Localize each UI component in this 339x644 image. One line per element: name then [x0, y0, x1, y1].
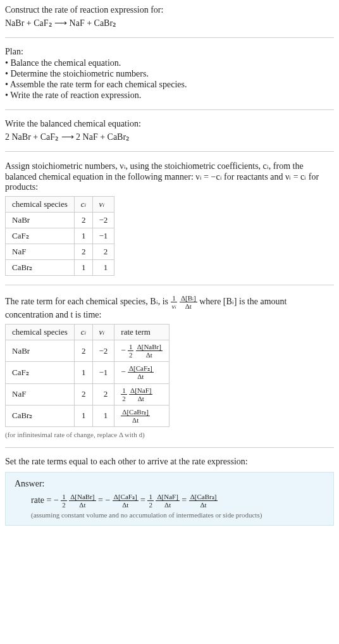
cell-species: CaBr₂ [6, 260, 75, 276]
divider [5, 109, 334, 110]
rate-term-formula: 1νᵢ Δ[Bᵢ]Δt [171, 297, 200, 306]
cell-species: NaF [6, 383, 75, 405]
table-row: NaF 2 2 [6, 244, 114, 260]
cell-rate: 12 Δ[NaF]Δt [114, 383, 170, 405]
cell-c: 2 [74, 383, 92, 405]
plan-item: • Write the rate of reaction expression. [5, 90, 334, 101]
col-header-v: νᵢ [92, 325, 114, 340]
table-row: CaBr₂ 1 1 [6, 260, 114, 276]
answer-expression: rate = − 12 Δ[NaBr]Δt = − Δ[CaF₂]Δt = 12… [31, 493, 324, 509]
table-row: NaF 2 2 12 Δ[NaF]Δt [6, 383, 170, 405]
col-header-species: chemical species [6, 325, 75, 340]
cell-species: CaF₂ [6, 362, 75, 383]
cell-species: NaF [6, 244, 75, 260]
cell-species: CaBr₂ [6, 405, 75, 426]
cell-v: 1 [92, 405, 114, 426]
divider [5, 151, 334, 152]
table-row: NaBr 2 −2 − 12 Δ[NaBr]Δt [6, 340, 170, 362]
cell-rate: − 12 Δ[NaBr]Δt [114, 340, 170, 362]
cell-v: 2 [92, 383, 114, 405]
cell-species: NaBr [6, 213, 75, 228]
col-header-v: νᵢ [92, 197, 114, 213]
cell-v: −2 [92, 340, 114, 362]
plan-list: • Balance the chemical equation. • Deter… [5, 58, 334, 101]
divider [5, 37, 334, 38]
plan-item: • Assemble the rate term for each chemic… [5, 80, 334, 90]
table-row: NaBr 2 −2 [6, 213, 114, 228]
cell-rate: Δ[CaBr₂]Δt [114, 405, 170, 426]
cell-v: −2 [92, 213, 114, 228]
answer-label: Answer: [15, 479, 324, 489]
rate-term-table: chemical species cᵢ νᵢ rate term NaBr 2 … [5, 324, 170, 427]
cell-c: 2 [74, 244, 92, 260]
construct-line: Construct the rate of reaction expressio… [5, 5, 334, 15]
plan-item: • Determine the stoichiometric numbers. [5, 69, 334, 79]
cell-c: 1 [74, 362, 92, 383]
rate-term-text: The rate term for each chemical species,… [5, 294, 334, 320]
cell-c: 1 [74, 228, 92, 244]
divider [5, 447, 334, 448]
cell-v: −1 [92, 362, 114, 383]
balanced-text: Write the balanced chemical equation: [5, 119, 334, 129]
answer-note: (assuming constant volume and no accumul… [31, 511, 324, 519]
cell-c: 2 [74, 213, 92, 228]
table-row: CaBr₂ 1 1 Δ[CaBr₂]Δt [6, 405, 170, 426]
rate-prefix: rate = [31, 495, 54, 505]
answer-box: Answer: rate = − 12 Δ[NaBr]Δt = − Δ[CaF₂… [5, 472, 334, 526]
footnote: (for infinitesimal rate of change, repla… [5, 431, 334, 438]
cell-v: −1 [92, 228, 114, 244]
cell-c: 1 [74, 405, 92, 426]
divider [5, 285, 334, 285]
text-span: The rate term for each chemical species,… [5, 297, 171, 306]
cell-c: 1 [74, 260, 92, 276]
plan-item: • Balance the chemical equation. [5, 58, 334, 68]
col-header-c: cᵢ [74, 325, 92, 340]
cell-v: 1 [92, 260, 114, 276]
col-header-species: chemical species [6, 197, 75, 213]
cell-c: 2 [74, 340, 92, 362]
cell-rate: − Δ[CaF₂]Δt [114, 362, 170, 383]
table-row: CaF₂ 1 −1 [6, 228, 114, 244]
balanced-equation: 2 NaBr + CaF₂ ⟶ 2 NaF + CaBr₂ [5, 132, 334, 142]
set-equal-text: Set the rate terms equal to each other t… [5, 457, 334, 467]
unbalanced-equation: NaBr + CaF₂ ⟶ NaF + CaBr₂ [5, 18, 334, 28]
stoich-text: Assign stoichiometric numbers, νᵢ, using… [5, 161, 334, 192]
cell-v: 2 [92, 244, 114, 260]
stoich-table: chemical species cᵢ νᵢ NaBr 2 −2 CaF₂ 1 … [5, 196, 114, 276]
plan-title: Plan: [5, 47, 334, 57]
cell-species: CaF₂ [6, 228, 75, 244]
col-header-rate: rate term [114, 325, 170, 340]
cell-species: NaBr [6, 340, 75, 362]
col-header-c: cᵢ [74, 197, 92, 213]
table-row: CaF₂ 1 −1 − Δ[CaF₂]Δt [6, 362, 170, 383]
